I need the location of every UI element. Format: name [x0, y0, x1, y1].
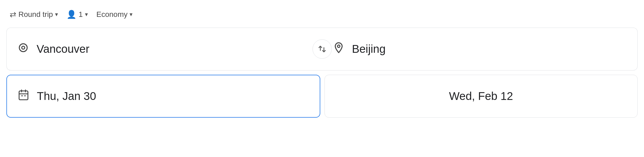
trip-type-selector[interactable]: ⇄ Round trip ▾: [6, 8, 61, 21]
return-date-field[interactable]: Wed, Feb 12: [325, 75, 638, 118]
destination-icon: [333, 42, 345, 56]
origin-value: Vancouver: [37, 43, 89, 55]
svg-point-2: [337, 45, 340, 47]
svg-rect-3: [19, 91, 28, 100]
passengers-count: 1: [79, 10, 83, 19]
round-trip-icon: ⇄: [10, 10, 16, 19]
class-chevron: ▾: [130, 11, 132, 18]
svg-point-0: [19, 44, 27, 51]
trip-type-chevron: ▾: [55, 11, 58, 18]
depart-date-field[interactable]: Thu, Jan 30: [6, 75, 320, 118]
origin-field[interactable]: Vancouver: [6, 28, 322, 70]
swap-icon: [318, 45, 326, 53]
destination-field[interactable]: Beijing: [322, 28, 638, 70]
depart-date-value: Thu, Jan 30: [37, 90, 96, 103]
calendar-icon: [18, 89, 29, 103]
svg-point-1: [22, 46, 25, 49]
class-label: Economy: [96, 10, 128, 19]
origin-icon: [17, 42, 29, 56]
passengers-chevron: ▾: [85, 11, 88, 18]
passenger-icon: 👤: [67, 10, 76, 19]
trip-type-label: Round trip: [18, 10, 53, 19]
destination-value: Beijing: [352, 43, 386, 55]
swap-button[interactable]: [313, 39, 332, 59]
date-row: Thu, Jan 30 Wed, Feb 12: [6, 75, 638, 118]
passengers-selector[interactable]: 👤 1 ▾: [63, 8, 91, 21]
top-bar: ⇄ Round trip ▾ 👤 1 ▾ Economy ▾: [6, 5, 638, 23]
return-date-value: Wed, Feb 12: [449, 90, 513, 103]
location-row: Vancouver Beijing: [6, 28, 638, 70]
class-selector[interactable]: Economy ▾: [93, 8, 136, 21]
